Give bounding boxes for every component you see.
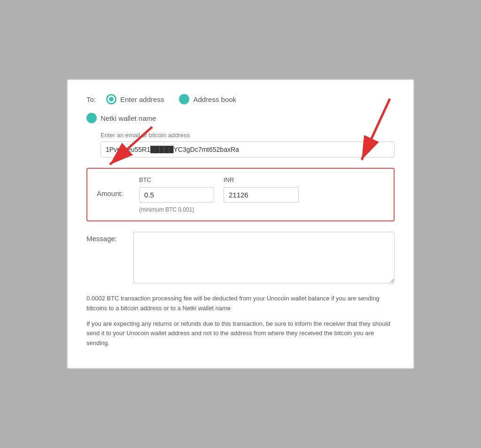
message-textarea[interactable] bbox=[133, 232, 395, 283]
address-input[interactable] bbox=[101, 141, 395, 157]
address-book-option[interactable]: Address book bbox=[179, 94, 236, 104]
to-label: To: bbox=[86, 95, 101, 103]
message-section: Message: bbox=[86, 232, 395, 283]
enter-address-radio[interactable] bbox=[106, 94, 116, 104]
btc-field: BTC (minimum BTC 0.001) bbox=[139, 176, 214, 213]
btc-currency-label: BTC bbox=[139, 176, 214, 183]
to-row: To: Enter address Address book bbox=[86, 94, 395, 104]
address-hint: Enter an email or bitcoin address bbox=[101, 132, 395, 139]
amount-label: Amount: bbox=[97, 176, 130, 197]
inr-field: INR bbox=[224, 176, 299, 203]
send-bitcoin-card: To: Enter address Address book Netki wal… bbox=[67, 79, 414, 369]
netki-row: Netki wallet name bbox=[86, 113, 395, 123]
enter-address-option[interactable]: Enter address bbox=[106, 94, 164, 104]
inr-currency-label: INR bbox=[224, 176, 299, 183]
netki-wallet-label: Netki wallet name bbox=[101, 114, 156, 122]
address-section: Enter an email or bitcoin address bbox=[101, 132, 395, 157]
enter-address-label: Enter address bbox=[120, 95, 164, 103]
footer-note-1: 0.0002 BTC transaction processing fee wi… bbox=[86, 294, 395, 314]
message-label: Message: bbox=[86, 232, 124, 243]
address-book-radio[interactable] bbox=[179, 94, 189, 104]
inr-input[interactable] bbox=[224, 187, 299, 203]
footer-note-2: If you are expecting any returns or refu… bbox=[86, 319, 395, 348]
btc-input[interactable] bbox=[139, 187, 214, 203]
netki-dot bbox=[86, 113, 97, 123]
amount-section: Amount: BTC (minimum BTC 0.001) INR bbox=[86, 168, 395, 221]
btc-min-note: (minimum BTC 0.001) bbox=[139, 206, 214, 213]
footer-notes: 0.0002 BTC transaction processing fee wi… bbox=[86, 294, 395, 348]
address-book-label: Address book bbox=[193, 95, 236, 103]
